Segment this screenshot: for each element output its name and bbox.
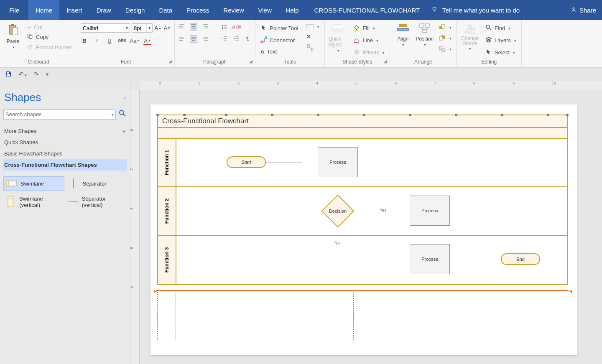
quick-styles-button[interactable]: Quick Styles▾ [328, 22, 347, 53]
end-shape[interactable]: End [501, 253, 540, 265]
format-painter-button[interactable]: Format Painter [25, 43, 74, 52]
group-shape-styles: Quick Styles▾ Fill▾ Line▾ Effects▾ Shape… [325, 20, 390, 67]
start-shape[interactable]: Start [227, 156, 266, 168]
layers-icon [485, 36, 492, 44]
change-shape-button[interactable]: Change Shape▾ [460, 22, 480, 51]
align-middle-left[interactable] [178, 35, 186, 43]
lane-2[interactable]: Function 2 Decision Process Yes [158, 187, 567, 236]
svg-rect-12 [265, 37, 267, 38]
bring-front-button[interactable]: ▾ [437, 23, 453, 32]
tab-review[interactable]: Review [216, 0, 251, 20]
align-middle-center[interactable] [190, 35, 197, 43]
more-shapes-item[interactable]: More Shapes▸ [3, 125, 127, 137]
undo-button[interactable]: ↶▾ [17, 70, 28, 79]
copy-button[interactable]: Copy [25, 32, 74, 42]
tab-data[interactable]: Data [152, 0, 179, 20]
flowchart-title[interactable]: Cross-Functional Flowchart [158, 115, 567, 128]
tab-home[interactable]: Home [28, 0, 59, 20]
underline-button[interactable]: U [106, 37, 113, 44]
redo-button[interactable]: ↷ [32, 70, 41, 79]
strike-button[interactable]: abc [118, 37, 126, 44]
process-shape-2[interactable]: Process [410, 196, 450, 226]
svg-rect-16 [354, 30, 359, 31]
collapse-pane-icon[interactable]: ‹ [124, 94, 126, 101]
dialog-launcher-icon[interactable]: ◢ [249, 59, 253, 64]
drawing-page[interactable]: Cross-Functional Flowchart Function 1 St… [150, 104, 577, 355]
search-icon[interactable] [118, 109, 127, 120]
connector-tool-button[interactable]: Connector [259, 36, 300, 45]
tab-draw[interactable]: Draw [89, 0, 118, 20]
lane-3[interactable]: Function 3 Process End No [158, 236, 567, 284]
clear-formatting-button[interactable]: A⌫ [232, 23, 240, 31]
align-button[interactable]: Align▾ [393, 22, 413, 47]
rectangle-tool[interactable]: ▾ [305, 23, 321, 30]
connection-point-tool[interactable]: ✕ [305, 33, 321, 41]
chevron-down-icon[interactable]: ▾ [112, 112, 114, 117]
shape-styles-group-label: Shape Styles [342, 59, 372, 65]
fill-button[interactable]: Fill▾ [352, 23, 386, 33]
font-family-combo[interactable]: ▾ [81, 23, 130, 33]
swimlane-container[interactable]: Cross-Functional Flowchart Function 1 St… [157, 115, 568, 285]
align-top-right[interactable] [202, 23, 209, 31]
process-shape-3[interactable]: Process [410, 244, 450, 274]
decrease-indent[interactable] [221, 35, 228, 43]
quick-shapes-item[interactable]: Quick Shapes [3, 137, 127, 148]
line-button[interactable]: Line▾ [352, 36, 386, 45]
dialog-launcher-icon[interactable]: ◢ [384, 59, 387, 64]
flowchart-phase-band[interactable] [158, 128, 567, 139]
bold-button[interactable]: B [81, 37, 88, 44]
shape-separator-vertical[interactable]: Separator (vertical) [66, 194, 127, 210]
tab-help[interactable]: Help [279, 0, 306, 20]
dialog-launcher-icon[interactable]: ◢ [168, 59, 172, 64]
decision-shape[interactable]: Decision [321, 195, 354, 227]
select-button[interactable]: Select▾ [484, 48, 518, 57]
shape-separator[interactable]: Separator [66, 176, 127, 191]
cut-button[interactable]: ✂ Cut [25, 23, 74, 31]
font-color-button[interactable]: A▾ [143, 37, 151, 44]
bullets-button[interactable] [221, 23, 228, 31]
tab-file[interactable]: File [0, 0, 28, 20]
shape-swimlane[interactable]: Swimlane [3, 176, 64, 191]
svg-rect-29 [442, 49, 445, 51]
basic-flowchart-item[interactable]: Basic Flowchart Shapes [3, 148, 127, 159]
lane-1[interactable]: Function 1 Start Process [158, 139, 567, 187]
effects-button[interactable]: Effects▾ [352, 48, 386, 57]
tab-process[interactable]: Process [179, 0, 216, 20]
cross-functional-item[interactable]: Cross-Functional Flowchart Shapes [3, 159, 127, 171]
font-size-combo[interactable]: ▾ [132, 23, 153, 33]
layers-button[interactable]: Layers▾ [484, 36, 518, 45]
tab-design[interactable]: Design [118, 0, 152, 20]
svg-point-1 [573, 8, 574, 9]
align-top-left[interactable] [178, 23, 186, 31]
share-button[interactable]: Share [564, 6, 602, 14]
tab-insert[interactable]: Insert [59, 0, 89, 20]
shape-swimlane-vertical[interactable]: Swimlane (vertical) [3, 194, 64, 210]
rotate-text[interactable]: A [244, 35, 252, 43]
position-button[interactable]: Position▾ [415, 22, 434, 47]
find-button[interactable]: Find▾ [484, 23, 518, 33]
svg-rect-20 [398, 28, 408, 31]
save-button[interactable] [3, 70, 13, 79]
ribbon-tabs: File Home Insert Draw Design Data Proces… [0, 0, 602, 20]
text-tool-button[interactable]: AText [259, 48, 300, 56]
qat-customize[interactable]: ▾ [44, 70, 51, 79]
decrease-font-icon[interactable]: A▼ [163, 24, 171, 32]
align-middle-right[interactable] [202, 35, 209, 43]
search-shapes-input[interactable]: ▾ [3, 109, 116, 120]
send-back-button[interactable]: ▾ [437, 34, 453, 43]
pointer-tool-button[interactable]: Pointer Tool [259, 23, 300, 33]
paste-button[interactable]: Paste ▾ [3, 22, 23, 49]
drawing-canvas[interactable]: 0 1 2 3 4 5 6 7 8 9 10 8 7 6 5 4 [130, 81, 602, 364]
change-case-button[interactable]: Aa▾ [131, 37, 138, 44]
no-label: No [334, 241, 340, 245]
increase-font-icon[interactable]: A▲ [154, 24, 162, 32]
increase-indent[interactable] [232, 35, 240, 43]
freeform-tool[interactable] [305, 43, 321, 51]
svg-rect-35 [7, 74, 10, 76]
align-top-center[interactable] [190, 23, 197, 31]
tab-view[interactable]: View [251, 0, 278, 20]
tell-me-search[interactable]: Tell me what you want to do [431, 6, 520, 15]
group-button[interactable]: ▾ [437, 45, 453, 53]
process-shape-1[interactable]: Process [318, 147, 358, 177]
italic-button[interactable]: I [93, 37, 101, 44]
